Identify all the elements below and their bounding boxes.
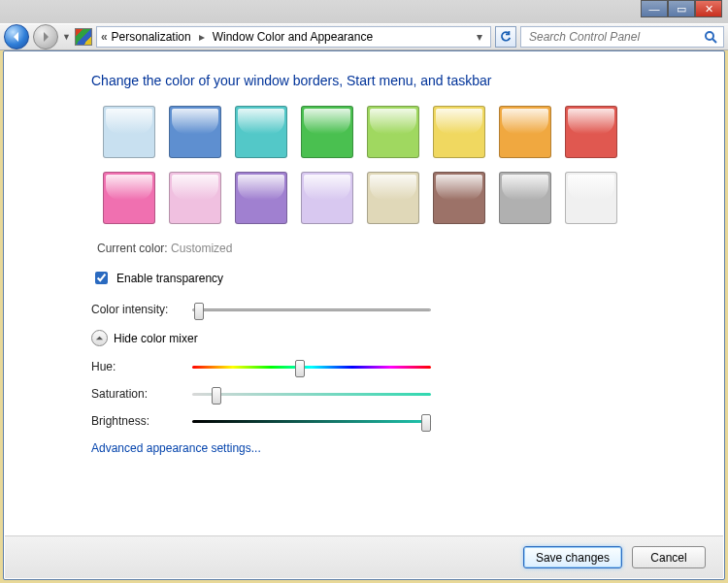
color-swatch[interactable] xyxy=(235,106,287,158)
intensity-thumb[interactable] xyxy=(194,303,204,320)
save-button[interactable]: Save changes xyxy=(523,546,622,568)
mixer-toggle-label: Hide color mixer xyxy=(114,332,198,345)
transparency-row[interactable]: Enable transparency xyxy=(91,269,695,287)
mixer-toggle[interactable]: Hide color mixer xyxy=(91,330,695,346)
color-swatches xyxy=(91,106,695,224)
maximize-button[interactable]: ▭ xyxy=(668,0,695,17)
color-swatch[interactable] xyxy=(301,172,353,224)
current-color-label: Current color: xyxy=(97,242,168,255)
refresh-button[interactable] xyxy=(495,26,516,48)
transparency-checkbox[interactable] xyxy=(95,272,108,284)
hue-row: Hue: xyxy=(91,360,695,373)
color-swatch[interactable] xyxy=(565,172,617,224)
chevron-left-double-icon[interactable]: « xyxy=(101,30,106,44)
content-area: Change the color of your window borders,… xyxy=(4,51,724,533)
chevron-right-icon[interactable]: ▸ xyxy=(199,30,205,44)
color-swatch[interactable] xyxy=(169,172,221,224)
intensity-row: Color intensity: xyxy=(91,303,695,316)
background-window-chrome: — ▭ ✕ xyxy=(0,0,728,23)
brightness-thumb[interactable] xyxy=(421,414,431,432)
button-bar: Save changes Cancel xyxy=(5,535,723,578)
color-swatch[interactable] xyxy=(103,106,155,158)
hue-thumb[interactable] xyxy=(295,360,305,377)
main-panel: Change the color of your window borders,… xyxy=(3,50,725,580)
hue-label: Hue: xyxy=(91,360,182,373)
transparency-label: Enable transparency xyxy=(116,272,223,285)
page-title: Change the color of your window borders,… xyxy=(91,73,695,88)
breadcrumb-parent[interactable]: Personalization xyxy=(112,30,191,44)
color-swatch[interactable] xyxy=(565,106,617,158)
color-swatch[interactable] xyxy=(433,172,485,224)
chevron-up-icon xyxy=(91,330,108,346)
brightness-label: Brightness: xyxy=(91,414,182,428)
color-swatch[interactable] xyxy=(367,106,419,158)
forward-button[interactable] xyxy=(33,24,58,49)
color-swatch[interactable] xyxy=(235,172,287,224)
saturation-slider[interactable] xyxy=(192,387,431,401)
brightness-row: Brightness: xyxy=(91,414,695,428)
current-color-row: Current color: Customized xyxy=(97,242,695,255)
breadcrumb-current[interactable]: Window Color and Appearance xyxy=(213,30,373,44)
search-input[interactable] xyxy=(527,29,692,45)
svg-point-0 xyxy=(706,32,713,40)
saturation-label: Saturation: xyxy=(91,387,182,401)
window-buttons: — ▭ ✕ xyxy=(641,0,722,17)
search-box[interactable] xyxy=(520,26,724,48)
hue-slider[interactable] xyxy=(192,360,431,373)
brightness-slider[interactable] xyxy=(192,414,431,428)
color-swatch[interactable] xyxy=(169,106,221,158)
minimize-button[interactable]: — xyxy=(641,0,668,17)
history-dropdown-icon[interactable]: ▼ xyxy=(62,32,71,42)
color-swatch[interactable] xyxy=(367,172,419,224)
advanced-appearance-link[interactable]: Advanced appearance settings... xyxy=(91,441,695,455)
back-button[interactable] xyxy=(4,24,29,49)
intensity-slider[interactable] xyxy=(192,303,431,316)
address-dropdown-icon[interactable]: ▾ xyxy=(473,30,486,44)
search-icon[interactable] xyxy=(704,30,717,44)
color-swatch[interactable] xyxy=(499,172,551,224)
cancel-button[interactable]: Cancel xyxy=(632,546,706,568)
navigation-bar: ▼ « Personalization ▸ Window Color and A… xyxy=(0,23,728,50)
close-button[interactable]: ✕ xyxy=(695,0,722,17)
address-bar[interactable]: « Personalization ▸ Window Color and App… xyxy=(96,26,491,48)
intensity-label: Color intensity: xyxy=(91,303,182,316)
current-color-value: Customized xyxy=(171,242,232,255)
control-panel-icon xyxy=(75,28,92,46)
color-swatch[interactable] xyxy=(301,106,353,158)
color-swatch[interactable] xyxy=(433,106,485,158)
color-swatch[interactable] xyxy=(499,106,551,158)
color-swatch[interactable] xyxy=(103,172,155,224)
saturation-thumb[interactable] xyxy=(212,387,221,405)
saturation-row: Saturation: xyxy=(91,387,695,401)
